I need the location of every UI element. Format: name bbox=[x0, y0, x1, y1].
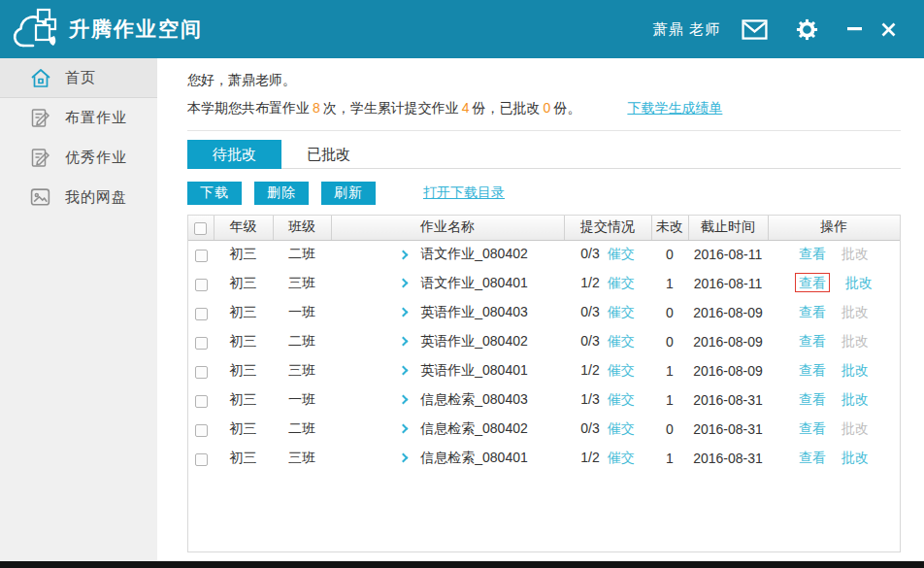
urge-link[interactable]: 催交 bbox=[608, 362, 635, 378]
urge-link[interactable]: 催交 bbox=[608, 246, 635, 261]
expand-arrow-icon bbox=[399, 366, 409, 376]
submission-cell: 0/3催交 bbox=[564, 415, 651, 444]
submission-count: 0/3 bbox=[580, 420, 599, 436]
submission-cell: 1/3催交 bbox=[564, 385, 651, 415]
stats-segment: 份。 bbox=[553, 100, 580, 116]
actions-cell: 查看批改 bbox=[768, 240, 900, 269]
view-link[interactable]: 查看 bbox=[799, 391, 826, 407]
homework-name-link[interactable]: 语文作业_080402 bbox=[420, 246, 528, 261]
urge-link[interactable]: 催交 bbox=[608, 420, 635, 436]
download-button[interactable]: 下载 bbox=[187, 182, 242, 205]
class-cell: 二班 bbox=[273, 327, 331, 356]
stats-text: 本学期您共布置作业8次，学生累计提交作业4份，已批改0份。 bbox=[187, 100, 580, 117]
sidebar-item-my-drive[interactable]: 我的网盘 bbox=[0, 178, 157, 217]
homework-name-link[interactable]: 信息检索_080403 bbox=[420, 391, 528, 407]
stats-segment: 次，学生累计提交作业 bbox=[323, 100, 459, 116]
table-row: 初三一班英语作业_0804030/3催交02016-08-09查看批改 bbox=[188, 298, 900, 327]
uncorrected-cell: 0 bbox=[651, 240, 688, 269]
urge-link[interactable]: 催交 bbox=[608, 450, 635, 465]
grade-cell: 初三 bbox=[214, 444, 273, 473]
submission-count: 1/2 bbox=[580, 275, 599, 290]
minimize-button[interactable] bbox=[846, 27, 862, 31]
stat-number: 4 bbox=[462, 100, 470, 116]
view-link[interactable]: 查看 bbox=[799, 275, 826, 290]
open-download-dir-link[interactable]: 打开下载目录 bbox=[423, 184, 505, 202]
app-logo-icon bbox=[12, 7, 60, 51]
submission-cell: 0/3催交 bbox=[564, 327, 651, 356]
app-title: 升腾作业空间 bbox=[69, 16, 203, 43]
correct-link[interactable]: 批改 bbox=[845, 275, 873, 290]
column-header: 未改 bbox=[651, 216, 688, 240]
sidebar-item-home[interactable]: 首页 bbox=[0, 58, 157, 98]
row-checkbox[interactable] bbox=[195, 424, 208, 437]
view-link[interactable]: 查看 bbox=[799, 333, 826, 349]
uncorrected-cell: 1 bbox=[651, 385, 688, 415]
row-checkbox[interactable] bbox=[195, 337, 208, 350]
urge-link[interactable]: 催交 bbox=[608, 391, 635, 407]
homework-name-link[interactable]: 语文作业_080401 bbox=[420, 275, 528, 290]
row-checkbox[interactable] bbox=[195, 308, 208, 320]
view-link[interactable]: 查看 bbox=[799, 304, 826, 319]
sidebar-item-label: 我的网盘 bbox=[65, 188, 127, 207]
close-button[interactable] bbox=[881, 22, 896, 37]
class-cell: 二班 bbox=[273, 415, 331, 444]
sidebar-item-label: 布置作业 bbox=[65, 109, 127, 127]
homework-name-cell: 英语作业_080403 bbox=[331, 298, 564, 327]
row-checkbox[interactable] bbox=[195, 279, 208, 291]
actions-cell: 查看批改 bbox=[768, 415, 900, 444]
tab-pending[interactable]: 待批改 bbox=[187, 140, 281, 169]
row-checkbox[interactable] bbox=[195, 250, 208, 262]
row-checkbox[interactable] bbox=[195, 366, 208, 379]
tab-completed[interactable]: 已批改 bbox=[281, 140, 376, 169]
submission-cell: 1/2催交 bbox=[564, 444, 651, 473]
delete-button[interactable]: 删除 bbox=[254, 182, 309, 205]
correct-link[interactable]: 批改 bbox=[842, 391, 869, 407]
homework-name-cell: 语文作业_080401 bbox=[331, 269, 564, 298]
settings-gear-icon[interactable] bbox=[795, 17, 819, 42]
deadline-cell: 2016-08-09 bbox=[688, 356, 768, 385]
uncorrected-cell: 1 bbox=[651, 444, 688, 473]
homework-name-link[interactable]: 英语作业_080403 bbox=[420, 304, 528, 319]
homework-name-link[interactable]: 英语作业_080401 bbox=[420, 362, 528, 378]
homework-name-link[interactable]: 英语作业_080402 bbox=[420, 333, 528, 349]
actions-cell: 查看批改 bbox=[768, 298, 900, 327]
grade-cell: 初三 bbox=[214, 356, 273, 385]
homework-name-link[interactable]: 信息检索_080401 bbox=[420, 450, 528, 465]
stats-row: 本学期您共布置作业8次，学生累计提交作业4份，已批改0份。 下载学生成绩单 bbox=[187, 100, 901, 117]
deadline-cell: 2016-08-11 bbox=[688, 269, 768, 298]
download-transcript-link[interactable]: 下载学生成绩单 bbox=[627, 100, 722, 117]
view-link[interactable]: 查看 bbox=[799, 420, 826, 436]
expand-arrow-icon bbox=[399, 279, 409, 288]
view-link-highlight: 查看 bbox=[795, 273, 830, 292]
table-header-row: 年级班级作业名称提交情况未改截止时间操作 bbox=[188, 216, 900, 240]
correct-link[interactable]: 批改 bbox=[842, 450, 869, 465]
view-link[interactable]: 查看 bbox=[799, 246, 826, 261]
sidebar-item-excellent-homework[interactable]: 优秀作业 bbox=[0, 138, 157, 178]
homework-name-link[interactable]: 信息检索_080402 bbox=[420, 420, 528, 436]
checkbox-cell bbox=[188, 298, 214, 327]
class-cell: 三班 bbox=[273, 444, 331, 473]
view-link[interactable]: 查看 bbox=[799, 362, 826, 378]
refresh-button[interactable]: 刷新 bbox=[321, 182, 376, 205]
homework-name-cell: 英语作业_080401 bbox=[331, 356, 564, 385]
view-link[interactable]: 查看 bbox=[799, 450, 826, 465]
urge-link[interactable]: 催交 bbox=[608, 333, 635, 349]
sidebar-item-assign-homework[interactable]: 布置作业 bbox=[0, 98, 157, 138]
checkbox-cell bbox=[188, 385, 214, 415]
correct-link[interactable]: 批改 bbox=[842, 362, 869, 378]
urge-link[interactable]: 催交 bbox=[608, 275, 635, 290]
urge-link[interactable]: 催交 bbox=[608, 304, 635, 319]
select-all-checkbox[interactable] bbox=[194, 222, 207, 235]
table-row: 初三二班语文作业_0804020/3催交02016-08-11查看批改 bbox=[188, 240, 900, 269]
row-checkbox[interactable] bbox=[195, 395, 208, 408]
grade-cell: 初三 bbox=[214, 240, 273, 269]
checkbox-cell bbox=[188, 269, 214, 298]
mail-icon[interactable] bbox=[742, 19, 768, 40]
row-checkbox[interactable] bbox=[195, 453, 208, 466]
home-icon bbox=[30, 68, 51, 88]
correct-link: 批改 bbox=[842, 333, 869, 349]
checkbox-cell bbox=[188, 444, 214, 473]
column-header: 作业名称 bbox=[331, 216, 564, 240]
homework-name-cell: 英语作业_080402 bbox=[331, 327, 564, 356]
uncorrected-cell: 1 bbox=[651, 269, 688, 298]
